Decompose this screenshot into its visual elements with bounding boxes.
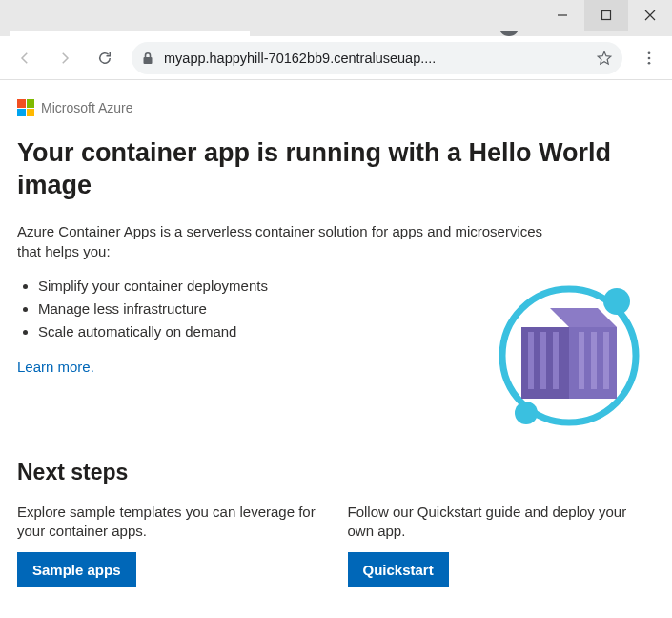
column-text: Follow our Quickstart guide and deploy y…	[348, 503, 656, 542]
window-close-button[interactable]	[628, 0, 672, 31]
column-quickstart: Follow our Quickstart guide and deploy y…	[348, 503, 656, 588]
container-illustration	[483, 275, 655, 437]
sample-apps-button[interactable]: Sample apps	[17, 552, 136, 587]
quickstart-button[interactable]: Quickstart	[348, 552, 449, 587]
window-minimize-button[interactable]	[540, 0, 584, 31]
next-steps-heading: Next steps	[17, 460, 655, 485]
svg-point-5	[648, 56, 651, 59]
browser-menu-button[interactable]	[632, 41, 666, 75]
window-maximize-button[interactable]	[584, 0, 628, 31]
svg-point-8	[603, 288, 630, 315]
bookmark-star-icon[interactable]	[596, 50, 613, 67]
lock-icon	[141, 52, 154, 65]
svg-rect-14	[540, 332, 546, 389]
list-item: Simplify your container deployments	[38, 275, 464, 298]
intro-paragraph: Azure Container Apps is a serverless con…	[17, 221, 551, 261]
nav-reload-button[interactable]	[88, 41, 122, 75]
nav-forward-button[interactable]	[48, 41, 82, 75]
svg-point-9	[515, 402, 538, 424]
page-heading: Your container app is running with a Hel…	[17, 137, 655, 202]
column-sample-apps: Explore sample templates you can leverag…	[17, 503, 325, 588]
svg-point-4	[648, 52, 651, 54]
svg-rect-3	[144, 57, 153, 64]
svg-rect-18	[603, 332, 609, 389]
svg-rect-15	[553, 332, 559, 389]
svg-rect-13	[528, 332, 534, 389]
address-bar[interactable]: myapp.happyhill-70162bb9.centraluseuap..…	[132, 42, 622, 74]
svg-marker-10	[550, 308, 617, 327]
microsoft-logo-icon	[17, 99, 34, 116]
svg-rect-1	[602, 11, 611, 20]
column-text: Explore sample templates you can leverag…	[17, 503, 325, 542]
svg-rect-16	[579, 332, 584, 389]
brand-text: Microsoft Azure	[41, 100, 132, 115]
list-item: Manage less infrastructure	[38, 298, 464, 320]
page-content: Microsoft Azure Your container app is ru…	[0, 80, 672, 587]
list-item: Scale automatically on demand	[38, 320, 464, 343]
nav-back-button[interactable]	[8, 41, 42, 75]
svg-rect-17	[591, 332, 597, 389]
brand-row: Microsoft Azure	[17, 99, 655, 116]
window-controls	[0, 0, 672, 31]
svg-point-6	[648, 61, 651, 64]
url-text: myapp.happyhill-70162bb9.centraluseuap..…	[164, 51, 586, 66]
browser-toolbar: myapp.happyhill-70162bb9.centraluseuap..…	[0, 36, 672, 80]
feature-list: Simplify your container deployments Mana…	[17, 275, 464, 343]
learn-more-link[interactable]: Learn more.	[17, 359, 94, 375]
